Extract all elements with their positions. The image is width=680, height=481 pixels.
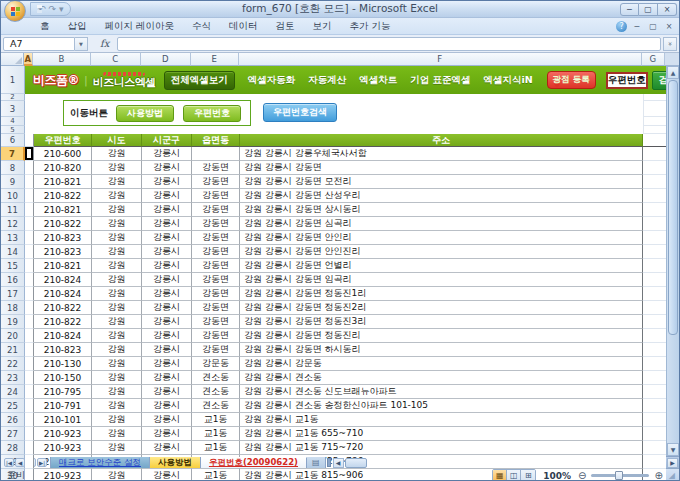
normal-view-icon[interactable]: ▦	[493, 470, 507, 481]
cell-G27[interactable]	[643, 427, 666, 441]
cell-zip-21[interactable]: 210-823	[34, 343, 92, 357]
cell-A20[interactable]	[25, 329, 34, 343]
column-header-F[interactable]: F	[239, 53, 642, 66]
cell-zip-27[interactable]: 210-923	[34, 427, 92, 441]
cell-juso-19[interactable]: 강원 강릉시 강동면 정동진3리	[240, 315, 643, 329]
cell-zip-7[interactable]: 210-600	[34, 147, 92, 161]
cell-juso-16[interactable]: 강원 강릉시 강동면 임곡리	[240, 273, 643, 287]
prev-sheet-icon[interactable]: ◀	[15, 458, 25, 467]
row-header[interactable]: 20	[1, 329, 25, 343]
cell-emd-26[interactable]: 교1동	[192, 413, 240, 427]
cell-sig-16[interactable]: 강릉시	[142, 273, 192, 287]
zoom-out-icon[interactable]: ⊖	[578, 471, 586, 481]
cell-sig-27[interactable]: 강릉시	[142, 427, 192, 441]
cell-zip-17[interactable]: 210-824	[34, 287, 92, 301]
cell-A28[interactable]	[25, 441, 34, 455]
row-header[interactable]: 18	[1, 301, 25, 315]
cell-zip-22[interactable]: 210-130	[34, 357, 92, 371]
row-header[interactable]: 9	[1, 175, 25, 189]
cell-emd-9[interactable]: 강동면	[192, 175, 240, 189]
cell-sido-25[interactable]: 강원	[92, 399, 142, 413]
cell-juso-21[interactable]: 강원 강릉시 강동면 하시동리	[240, 343, 643, 357]
cell-sig-28[interactable]: 강릉시	[142, 441, 192, 455]
cell-G18[interactable]	[643, 301, 666, 315]
workbook-minimize-button[interactable]: ─	[631, 22, 643, 31]
qat-customize-icon[interactable]: ▾	[59, 4, 64, 14]
cell-sido-14[interactable]: 강원	[92, 245, 142, 259]
row-header[interactable]: 15	[1, 259, 25, 273]
office-button-icon[interactable]	[4, 0, 26, 22]
cell-juso-11[interactable]: 강원 강릉시 강동면 상시동리	[240, 203, 643, 217]
banner-menu-item-5[interactable]: 엑셀지식iN	[484, 74, 533, 87]
column-header-G[interactable]: G	[642, 53, 665, 66]
first-sheet-icon[interactable]: |◀	[4, 458, 14, 467]
col-header-sido[interactable]: 시도	[92, 134, 142, 147]
table-header-spacer[interactable]	[25, 134, 34, 147]
cell-sido-28[interactable]: 강원	[92, 441, 142, 455]
row-header[interactable]: 11	[1, 203, 25, 217]
row-header[interactable]: 23	[1, 371, 25, 385]
cell-zip-23[interactable]: 210-150	[34, 371, 92, 385]
row-header[interactable]: 4	[1, 117, 25, 126]
cell-G28[interactable]	[643, 441, 666, 455]
cell-G17[interactable]	[643, 287, 666, 301]
col-header-eupmyeondong[interactable]: 읍면동	[192, 134, 240, 147]
name-box-dropdown-icon[interactable]: ▼	[75, 37, 88, 51]
cell-A13[interactable]	[25, 231, 34, 245]
ribbon-tab-삽입[interactable]: 삽입	[59, 20, 96, 33]
row-header[interactable]: 2	[1, 94, 25, 101]
cell-emd-25[interactable]: 견소동	[192, 399, 240, 413]
row-header[interactable]: 10	[1, 189, 25, 203]
workbook-restore-button[interactable]: ▢	[647, 22, 659, 31]
cell-emd-7[interactable]	[192, 147, 240, 161]
formula-input[interactable]	[117, 37, 661, 51]
banner-search-button[interactable]: 검색	[652, 71, 666, 90]
cell-A27[interactable]	[25, 427, 34, 441]
column-header-C[interactable]: C	[91, 53, 141, 66]
cell-sig-25[interactable]: 강릉시	[142, 399, 192, 413]
cell-A25[interactable]	[25, 399, 34, 413]
row-header[interactable]: 27	[1, 427, 25, 441]
row-header[interactable]: 16	[1, 273, 25, 287]
vertical-scroll-track[interactable]	[667, 336, 679, 443]
cell-sig-8[interactable]: 강릉시	[142, 161, 192, 175]
workbook-close-button[interactable]: ×	[663, 22, 675, 31]
name-box[interactable]: A7	[3, 37, 75, 51]
cell-A21[interactable]	[25, 343, 34, 357]
cell-zip-16[interactable]: 210-824	[34, 273, 92, 287]
cell-G23[interactable]	[643, 371, 666, 385]
cell-sig-13[interactable]: 강릉시	[142, 231, 192, 245]
cell-A26[interactable]	[25, 413, 34, 427]
cell-A15[interactable]	[25, 259, 34, 273]
row-header[interactable]: 19	[1, 315, 25, 329]
ribbon-tab-페이지 레이아웃[interactable]: 페이지 레이아웃	[96, 20, 184, 33]
cell-zip-12[interactable]: 210-822	[34, 217, 92, 231]
cell-sido-7[interactable]: 강원	[92, 147, 142, 161]
cell-juso-7[interactable]: 강원 강릉시 강릉우체국사서함	[240, 147, 643, 161]
tab-split-handle[interactable]	[327, 458, 331, 467]
ribbon-tab-홈[interactable]: 홈	[31, 20, 59, 33]
cell-zip-19[interactable]: 210-822	[34, 315, 92, 329]
cell-zip-26[interactable]: 210-101	[34, 413, 92, 427]
usage-guide-button[interactable]: 사용방법	[116, 105, 174, 122]
cell-zip-28[interactable]: 210-923	[34, 441, 92, 455]
cell-sig-22[interactable]: 강릉시	[142, 357, 192, 371]
cell-G8[interactable]	[643, 161, 666, 175]
cell-sig-7[interactable]: 강릉시	[142, 147, 192, 161]
cell-zip-14[interactable]: 210-823	[34, 245, 92, 259]
cell-juso-28[interactable]: 강원 강릉시 교1동 715~720	[240, 441, 643, 455]
cell-G21[interactable]	[643, 343, 666, 357]
cell-juso-17[interactable]: 강원 강릉시 강동면 정동진1리	[240, 287, 643, 301]
cell-emd-22[interactable]: 강문동	[192, 357, 240, 371]
last-sheet-icon[interactable]: ▶|	[37, 458, 47, 467]
cell-A23[interactable]	[25, 371, 34, 385]
vertical-scroll-thumb[interactable]	[668, 80, 678, 335]
row-header[interactable]: 24	[1, 385, 25, 399]
cell-zip-30[interactable]: 210-923	[34, 469, 92, 481]
cell-G16[interactable]	[643, 273, 666, 287]
cell-G22[interactable]	[643, 357, 666, 371]
banner-menu-item-2[interactable]: 자동계산	[308, 74, 346, 87]
column-header-B[interactable]: B	[33, 53, 91, 66]
cell-A29[interactable]	[25, 455, 34, 469]
cell-juso-20[interactable]: 강원 강릉시 강동면 정동진리	[240, 329, 643, 343]
